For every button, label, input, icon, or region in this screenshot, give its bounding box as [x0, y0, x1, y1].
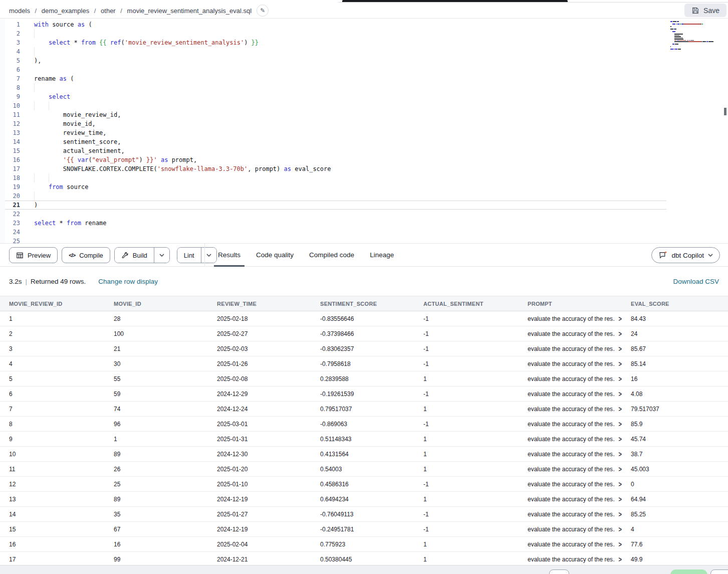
column-header-prompt[interactable]: PROMPT: [519, 301, 622, 307]
table-cell: -0.869063: [311, 421, 414, 428]
preview-button[interactable]: Preview: [9, 247, 58, 263]
lint-button[interactable]: Lint: [177, 248, 201, 263]
table-cell: 2025-01-26: [208, 360, 311, 367]
prompt-text: evaluate the accuracy of the res…: [528, 436, 615, 443]
code-line[interactable]: 13 review_time,: [0, 128, 728, 137]
lint-dropdown-button[interactable]: [201, 248, 216, 263]
code-line[interactable]: 12 movie_id,: [0, 119, 728, 128]
sql-code-editor[interactable]: 1with source as (23 select * from {{ ref…: [0, 19, 728, 243]
expand-prompt-icon[interactable]: >: [619, 466, 622, 473]
minimap[interactable]: [668, 20, 725, 55]
expand-prompt-icon[interactable]: >: [619, 481, 622, 488]
code-line[interactable]: 16 '{{ var("eval_prompt") }}' as prompt,: [0, 155, 728, 164]
expand-prompt-icon[interactable]: >: [619, 436, 622, 443]
table-cell: 10: [0, 451, 105, 458]
editor-scrollbar[interactable]: [724, 108, 726, 115]
code-line[interactable]: 15 actual_sentiment,: [0, 146, 728, 155]
expand-prompt-icon[interactable]: >: [619, 360, 622, 367]
code-line[interactable]: 1with source as (: [0, 20, 728, 29]
indent-guide: [34, 47, 35, 56]
expand-prompt-icon[interactable]: >: [619, 556, 622, 563]
table-cell: 0.79517037: [311, 406, 414, 413]
build-dropdown-button[interactable]: [154, 248, 169, 263]
code-line[interactable]: 18: [0, 173, 728, 182]
expand-prompt-icon[interactable]: >: [619, 451, 622, 458]
column-header-review-time[interactable]: REVIEW_TIME: [208, 301, 311, 307]
build-button[interactable]: Build: [115, 248, 154, 263]
eval-score-cell: 45.003: [622, 466, 728, 473]
breadcrumb-filename[interactable]: movie_review_sentiment_analysis_eval.sql: [127, 7, 252, 15]
code-line[interactable]: 3 select * from {{ ref('movie_review_sen…: [0, 38, 728, 47]
expand-prompt-icon[interactable]: >: [619, 526, 622, 533]
code-line[interactable]: 24: [0, 228, 728, 237]
column-header-eval-score[interactable]: EVAL_SCORE: [622, 301, 728, 307]
prompt-text: evaluate the accuracy of the res…: [528, 511, 615, 518]
column-header-actual-sentiment[interactable]: ACTUAL_SENTIMENT: [414, 301, 519, 307]
expand-prompt-icon[interactable]: >: [619, 496, 622, 503]
code-line[interactable]: 7rename as (: [0, 74, 728, 83]
chevron-down-icon: [159, 254, 164, 257]
code-text: sentiment_score,: [34, 137, 121, 146]
code-line[interactable]: 14 sentiment_score,: [0, 137, 728, 146]
code-text: ),: [34, 56, 41, 65]
code-line[interactable]: 17 SNOWFLAKE.CORTEX.COMPLETE('snowflake-…: [0, 164, 728, 173]
save-button-label: Save: [703, 7, 719, 15]
code-line[interactable]: 11 movie_review_id,: [0, 110, 728, 119]
prompt-text: evaluate the accuracy of the res…: [528, 375, 615, 382]
column-header-sentiment-score[interactable]: SENTIMENT_SCORE: [311, 301, 414, 307]
change-row-display-link[interactable]: Change row display: [98, 278, 158, 285]
breadcrumb-demo-examples[interactable]: demo_examples: [42, 7, 89, 15]
expand-prompt-icon[interactable]: >: [619, 541, 622, 548]
table-row: 7742024-12-240.795170371evaluate the acc…: [0, 402, 728, 417]
dbt-copilot-button[interactable]: dbt Copilot: [651, 247, 720, 263]
expand-prompt-icon[interactable]: >: [619, 345, 622, 352]
column-header-movie-review-id[interactable]: MOVIE_REVIEW_ID: [0, 301, 105, 307]
breadcrumb-other[interactable]: other: [101, 7, 116, 15]
prompt-text: evaluate the accuracy of the res…: [528, 451, 615, 458]
expand-prompt-icon[interactable]: >: [619, 421, 622, 428]
eval-score-cell: 49.9: [622, 556, 728, 563]
footer-button-partial[interactable]: [549, 569, 569, 574]
code-line[interactable]: 9 select: [0, 92, 728, 101]
code-line[interactable]: 4: [0, 47, 728, 56]
expand-prompt-icon[interactable]: >: [619, 315, 622, 322]
breadcrumb-models[interactable]: models: [9, 7, 30, 15]
eval-score-cell: 85.67: [622, 345, 728, 352]
code-line[interactable]: 22: [0, 210, 728, 219]
pencil-icon[interactable]: ✎: [257, 5, 269, 17]
footer-green-pill[interactable]: [670, 569, 707, 574]
download-csv-link[interactable]: Download CSV: [673, 278, 719, 285]
table-cell: 89: [105, 496, 208, 503]
code-line[interactable]: 25: [0, 237, 728, 243]
prompt-text: evaluate the accuracy of the res…: [528, 330, 615, 337]
footer-button-partial[interactable]: [710, 569, 728, 574]
expand-prompt-icon[interactable]: >: [619, 391, 622, 398]
expand-prompt-icon[interactable]: >: [619, 511, 622, 518]
editor-toolbar: Preview </> Compile Build Lint: [0, 243, 728, 267]
expand-prompt-icon[interactable]: >: [619, 406, 622, 413]
column-header-movie-id[interactable]: MOVIE_ID: [105, 301, 208, 307]
tab-code-quality[interactable]: Code quality: [256, 244, 294, 266]
table-cell: 1: [414, 375, 519, 382]
table-cell: 0.2839588: [311, 375, 414, 382]
tab-lineage[interactable]: Lineage: [370, 244, 394, 266]
code-line[interactable]: 23select * from rename: [0, 219, 728, 228]
code-line[interactable]: 8: [0, 83, 728, 92]
table-cell: -1: [414, 526, 519, 533]
tab-results[interactable]: Results: [218, 244, 240, 266]
expand-prompt-icon[interactable]: >: [619, 330, 622, 337]
code-line[interactable]: 5),: [0, 56, 728, 65]
code-line[interactable]: 20: [0, 192, 728, 201]
indent-guide: [34, 101, 35, 110]
expand-prompt-icon[interactable]: >: [619, 375, 622, 382]
code-line[interactable]: 10: [0, 101, 728, 110]
code-line[interactable]: 19 from source: [0, 182, 728, 192]
compile-button[interactable]: </> Compile: [62, 247, 110, 263]
code-text: with source as (: [34, 20, 92, 29]
code-line[interactable]: 21): [0, 201, 666, 210]
prompt-text: evaluate the accuracy of the res…: [528, 481, 615, 488]
code-line[interactable]: 6: [0, 65, 728, 74]
code-line[interactable]: 2: [0, 29, 728, 38]
tab-compiled-code[interactable]: Compiled code: [309, 244, 354, 266]
save-button[interactable]: Save: [684, 4, 726, 17]
